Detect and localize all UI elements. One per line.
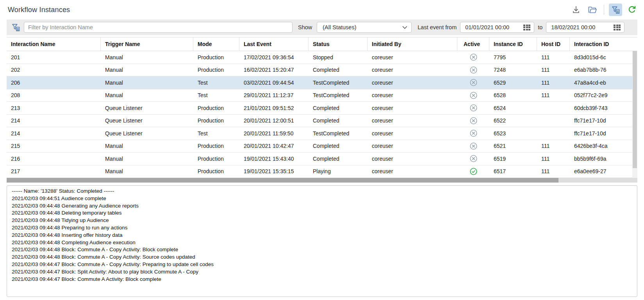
table-row[interactable]: 213 Queue Listener Production 21/01/2021…: [7, 102, 632, 115]
inactive-cross-icon: [469, 129, 478, 137]
inactive-cross-icon: [469, 104, 478, 112]
log-line: 2021/02/03 09:44:51 Audience complete: [12, 195, 632, 202]
cell-initiated-by: coreuser: [367, 127, 457, 140]
interaction-name-filter-input[interactable]: [24, 22, 293, 33]
instances-table: Interaction Name Trigger Name Mode Last …: [7, 37, 637, 178]
table-body: 201 Manual Production 17/02/2021 09:36:5…: [7, 51, 637, 178]
cell-interaction-name: 214: [7, 115, 101, 127]
inactive-cross-icon: [469, 53, 478, 61]
column-header-initiated-by[interactable]: Initiated By: [367, 37, 457, 51]
cell-instance-id: 7248: [489, 64, 537, 76]
calendar-icon[interactable]: [614, 25, 621, 30]
filter-icon: [611, 5, 620, 14]
log-line: 2021/02/03 09:44:48 Block: Commute A - C…: [12, 246, 632, 254]
log-line: 2021/02/03 09:44:47 Block: Commute A Act…: [12, 276, 632, 283]
page-header: Workflow Instances: [0, 0, 644, 20]
cell-interaction-id: 60dcb39f-743: [570, 102, 632, 114]
cell-instance-id: 6517: [489, 165, 537, 178]
cell-interaction-id: ffc71e17-10d: [570, 115, 632, 127]
refresh-button[interactable]: [625, 4, 639, 16]
cell-host-id: 111: [537, 51, 570, 64]
cell-interaction-id: 6426be3f-4ca: [570, 140, 632, 153]
cell-last-event: 17/02/2021 09:36:54: [239, 51, 309, 64]
table-vertical-scrollbar[interactable]: [632, 51, 637, 178]
cell-interaction-id: e6ab7b8b-76: [570, 64, 632, 76]
cell-interaction-name: 202: [7, 64, 101, 76]
cell-interaction-id: bb5b9f6f-69a: [570, 153, 632, 165]
inactive-cross-icon: [469, 91, 478, 99]
cell-status: Completed: [309, 115, 367, 127]
cell-trigger-name: Manual: [101, 153, 193, 165]
date-from-field[interactable]: 01/01/2021 00:00: [460, 22, 534, 33]
cell-trigger-name: Manual: [101, 51, 193, 64]
column-header-mode[interactable]: Mode: [193, 37, 239, 51]
table-row[interactable]: 214 Queue Listener Test 20/01/2021 11:59…: [7, 127, 632, 140]
calendar-icon[interactable]: [523, 25, 530, 30]
cell-last-event: 16/02/2021 15:20:47: [239, 64, 309, 76]
cell-host-id: [537, 127, 570, 140]
cell-last-event: 03/02/2021 09:44:54: [239, 76, 309, 89]
cell-instance-id: 6521: [489, 140, 537, 153]
table-row[interactable]: 217 Manual Production 19/01/2021 15:35:1…: [7, 165, 632, 178]
date-to-value: 18/02/2021 00:00: [551, 24, 595, 30]
cell-initiated-by: coreuser: [367, 165, 457, 178]
cell-initiated-by: coreuser: [367, 102, 457, 114]
cell-mode: Production: [193, 115, 239, 127]
column-header-trigger-name[interactable]: Trigger Name: [101, 37, 193, 51]
cell-status: TestCompleted: [309, 76, 367, 89]
cell-trigger-name: Queue Listener: [101, 102, 193, 114]
status-dropdown[interactable]: (All Statuses): [317, 22, 412, 33]
filter-toggle-button[interactable]: [609, 4, 622, 16]
column-header-active[interactable]: Active: [457, 37, 489, 51]
table-horizontal-scrollbar[interactable]: [7, 178, 637, 183]
table-row[interactable]: 201 Manual Production 17/02/2021 09:36:5…: [7, 51, 632, 64]
cell-mode: Production: [193, 165, 239, 178]
cell-host-id: 111: [537, 76, 570, 89]
cell-trigger-name: Queue Listener: [101, 127, 193, 140]
table-row[interactable]: 202 Manual Production 16/02/2021 15:20:4…: [7, 64, 632, 77]
table-row[interactable]: 216 Manual Production 19/01/2021 15:43:4…: [7, 153, 632, 165]
cell-active: [457, 127, 489, 140]
cell-initiated-by: coreuser: [367, 89, 457, 102]
cell-interaction-name: 206: [7, 76, 101, 89]
cell-interaction-name: 216: [7, 153, 101, 165]
date-to-field[interactable]: 18/02/2021 00:00: [546, 22, 624, 33]
open-folder-button[interactable]: [586, 4, 599, 16]
chevron-down-icon: [401, 24, 408, 31]
table-row[interactable]: 214 Queue Listener Production 20/01/2021…: [7, 115, 632, 128]
cell-initiated-by: coreuser: [367, 76, 457, 89]
cell-mode: Production: [193, 64, 239, 76]
cell-initiated-by: coreuser: [367, 115, 457, 127]
cell-initiated-by: coreuser: [367, 64, 457, 76]
inactive-cross-icon: [469, 117, 478, 125]
column-header-interaction-name[interactable]: Interaction Name: [7, 37, 101, 51]
filter-toolbar: Show (All Statuses) Last event from 01/0…: [7, 20, 637, 35]
cell-active: [457, 115, 489, 127]
vertical-scrollbar-thumb[interactable]: [633, 51, 637, 168]
cell-last-event: 19/01/2021 15:43:40: [239, 153, 309, 165]
table-row[interactable]: 215 Manual Production 20/01/2021 10:42:4…: [7, 140, 632, 153]
column-header-last-event[interactable]: Last Event: [239, 37, 309, 51]
column-header-instance-id[interactable]: Instance ID: [489, 37, 537, 51]
cell-active: [457, 76, 489, 89]
cell-host-id: 111: [537, 165, 570, 178]
cell-mode: Test: [193, 89, 239, 102]
table-row[interactable]: 208 Manual Test 29/01/2021 11:12:37 Test…: [7, 89, 632, 102]
active-check-icon: [469, 167, 478, 176]
column-header-interaction-id[interactable]: Interaction ID: [570, 37, 632, 51]
cell-interaction-id: 8d3d015d-6c: [570, 51, 632, 64]
column-header-status[interactable]: Status: [309, 37, 367, 51]
cell-active: [457, 140, 489, 153]
horizontal-scrollbar-thumb[interactable]: [7, 178, 558, 183]
log-line: ------ Name: '13288' Status: Completed -…: [12, 188, 632, 195]
instance-log-panel[interactable]: ------ Name: '13288' Status: Completed -…: [7, 185, 637, 297]
column-header-host-id[interactable]: Host ID: [537, 37, 570, 51]
cell-initiated-by: coreuser: [367, 140, 457, 153]
cell-instance-id: 6522: [489, 115, 537, 127]
cell-mode: Production: [193, 140, 239, 153]
cell-active: [457, 153, 489, 165]
cell-last-event: 29/01/2021 11:12:37: [239, 89, 309, 102]
download-button[interactable]: [569, 4, 583, 16]
table-row[interactable]: 206 Manual Test 03/02/2021 09:44:54 Test…: [7, 76, 632, 89]
cell-interaction-name: 208: [7, 89, 101, 102]
